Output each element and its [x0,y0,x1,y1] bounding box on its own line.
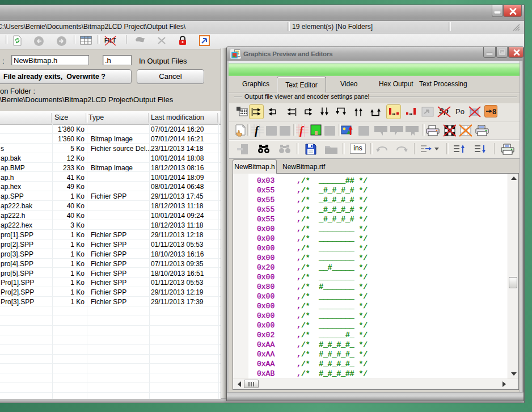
svg-text:8: 8 [492,107,496,116]
svg-text:f: f [299,124,305,137]
svg-text:f: f [255,124,260,137]
